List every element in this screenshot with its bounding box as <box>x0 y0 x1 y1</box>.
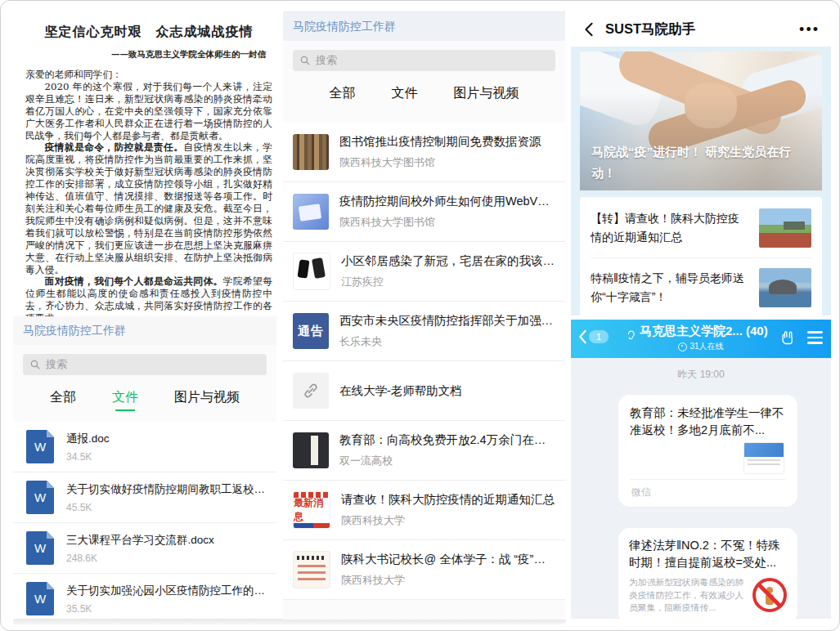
screenshot-canvas: 坚定信心克时艰 众志成城战疫情 ——致马克思主义学院全体师生的一封信 亲爱的老师… <box>0 0 840 631</box>
shared-link-message[interactable]: 教育部：未经批准学生一律不准返校！多地2月底前不... 微信 <box>618 395 797 507</box>
qq-chat-body: 昨天 19:00 教育部：未经批准学生一律不准返校！多地2月底前不... 微信 … <box>571 358 831 619</box>
group-search-panel: 马院疫情防控工作群 搜索 全部 文件 图片与视频 图书馆推出疫情控制期间免费数据… <box>283 11 565 620</box>
group-title: 马院疫情防控工作群 <box>283 12 565 41</box>
message-description: 为加强新型冠状病毒感染的肺炎疫情防控工作，有效减少人员聚集，阻断疫情传... <box>629 576 746 615</box>
letter-salutation: 亲爱的老师和同学们： <box>25 69 272 81</box>
official-account-panel: SUST马院助手 ••• 马院战“疫”进行时！ 研究生党员在行动！ 【转】请查收… <box>571 12 831 316</box>
shared-link-message[interactable]: 律述法芽‖NO.2：不冤！特殊时期！擅自提前返校=受处... 为加强新型冠状病毒… <box>618 528 797 624</box>
word-doc-icon: W <box>26 430 54 463</box>
qq-group-titlebox: 马克思主义学院2... (40) 31人在线 <box>640 324 762 352</box>
webvpn-thumbnail <box>293 194 329 230</box>
result-source: 双一流高校 <box>339 454 555 468</box>
result-title: 陕科大书记校长@ 全体学子：战 “疫”防“疫... <box>341 552 555 567</box>
qq-chat-header: 1 马克思主义学院2... (40) 31人在线 <box>571 320 831 358</box>
more-icon[interactable]: ••• <box>799 25 820 34</box>
campus-photo-thumbnail <box>759 208 811 248</box>
file-row[interactable]: W 关于切实加强沁园小区疫情防控工作的通知...35.5K <box>13 574 276 624</box>
letter-title: 坚定信心克时艰 众志成城战疫情 <box>20 24 277 41</box>
qq-chat-panel: 1 马克思主义学院2... (40) 31人在线 昨天 19:00 <box>571 320 831 619</box>
doc-fold-corner <box>47 582 54 589</box>
search-placeholder: 搜索 <box>46 357 67 372</box>
filter-tabs: 全部 文件 图片与视频 <box>283 71 565 118</box>
message-title: 教育部：未经批准学生一律不准返校！多地2月底前不... <box>630 405 786 439</box>
article-list: 【转】请查收！陕科大防控疫情的近期通知汇总 特稿‖疫情之下，辅导员老师送你“十字… <box>580 197 822 319</box>
result-title: 西安市未央区疫情防控指挥部关于加强新型... <box>339 313 555 329</box>
result-title: 在线大学-老师帮助文档 <box>339 383 462 399</box>
back-icon <box>577 329 587 344</box>
dark-photo-thumbnail <box>293 432 329 468</box>
hero-article-title: 马院战“疫”进行时！ 研究生党员在行动！ <box>591 141 814 185</box>
tab-all[interactable]: 全部 <box>330 85 356 107</box>
result-row[interactable]: 疫情防控期间校外师生如何使用WebVPN获...陕西科技大学图书馆 <box>283 182 565 242</box>
letter-body: 亲爱的老师和同学们： 2020 年的这个寒假，对于我们每一个人来讲，注定艰辛且难… <box>20 69 277 324</box>
article-mini-thumbnail <box>743 442 784 474</box>
result-row[interactable]: 图书馆推出疫情控制期间免费数据资源陕西科技大学图书馆 <box>283 123 565 182</box>
tab-media[interactable]: 图片与视频 <box>174 389 240 411</box>
official-account-header: SUST马院助手 ••• <box>571 12 831 47</box>
search-placeholder: 搜索 <box>316 53 337 68</box>
article-row[interactable]: 特稿‖疫情之下，辅导员老师送你“十字箴言”！ <box>591 257 811 317</box>
link-icon <box>293 373 329 409</box>
result-source: 陕西科技大学图书馆 <box>339 155 541 170</box>
group-files-panel: 马院疫情防控工作群 搜索 全部 文件 图片与视频 W 通报.doc34.5K W… <box>13 316 276 618</box>
file-name: 关于切实做好疫情防控期间教职工返校工作... <box>66 482 267 497</box>
result-row[interactable]: 通告 西安市未央区疫情防控指挥部关于加强新型...长乐未央 <box>283 302 565 361</box>
notice-thumbnail: 通告 <box>293 313 329 349</box>
message-source: 微信 <box>630 479 786 507</box>
hand-gesture-icon[interactable] <box>779 329 796 346</box>
letter-paragraph: 疫情就是命令，防控就是责任。自疫情发生以来，学院高度重视，将疫情防控作为当前最重… <box>25 141 272 275</box>
account-title: SUST马院助手 <box>605 20 799 38</box>
file-name: 通报.doc <box>66 432 110 446</box>
letter-subtitle: ——致马克思主义学院全体师生的一封信 <box>20 49 277 60</box>
back-button[interactable]: 1 <box>577 329 609 344</box>
qq-group-title: 马克思主义学院2... (40) <box>640 324 762 339</box>
doc-fold-corner <box>47 531 54 539</box>
file-row[interactable]: W 三大课程平台学习交流群.docx248.6K <box>13 523 276 574</box>
search-input[interactable]: 搜索 <box>23 354 267 375</box>
result-source: 长乐未央 <box>339 334 555 349</box>
doc-fold-corner <box>47 481 54 488</box>
article-row[interactable]: 【转】请查收！陕科大防控疫情的近期通知汇总 <box>591 199 811 257</box>
result-row[interactable]: 最新消息 请查收！陕科大防控疫情的近期通知汇总陕西科技大学 <box>283 481 565 540</box>
search-input[interactable]: 搜索 <box>293 50 555 71</box>
message-title: 律述法芽‖NO.2：不冤！特殊时期！擅自提前返校=受处... <box>629 537 787 571</box>
tab-files[interactable]: 文件 <box>392 85 418 107</box>
result-source: 陕西科技大学 <box>341 513 555 528</box>
tab-media[interactable]: 图片与视频 <box>454 85 519 107</box>
word-doc-icon: W <box>26 481 54 514</box>
back-icon[interactable] <box>582 22 595 37</box>
online-count-icon <box>678 342 687 351</box>
tab-files[interactable]: 文件 <box>112 389 138 411</box>
search-icon <box>29 359 41 370</box>
filter-tabs: 全部 文件 图片与视频 <box>13 375 276 422</box>
result-title: 小区邻居感染了新冠，宅居在家的我该怎么... <box>341 253 555 269</box>
result-row[interactable]: 教育部：向高校免费开放2.4万余门在线课...双一流高校 <box>283 421 565 481</box>
tab-all[interactable]: 全部 <box>50 389 76 411</box>
result-title: 请查收！陕科大防控疫情的近期通知汇总 <box>341 492 555 508</box>
news-thumbnail: 最新消息 <box>293 491 330 529</box>
file-list: W 通报.doc34.5K W 关于切实做好疫情防控期间教职工返校工作...45… <box>13 422 276 624</box>
file-row[interactable]: W 关于切实做好疫情防控期间教职工返校工作...45.5K <box>13 472 276 523</box>
file-row[interactable]: W 通报.doc34.5K <box>13 422 276 472</box>
group-title: 马院疫情防控工作群 <box>13 316 276 345</box>
file-size: 34.5K <box>66 451 110 463</box>
file-name: 关于切实加强沁园小区疫情防控工作的通知... <box>66 584 267 598</box>
word-doc-icon: W <box>26 582 54 615</box>
result-row[interactable]: 在线大学-老师帮助文档 <box>283 361 565 421</box>
article-title: 特稿‖疫情之下，辅导员老师送你“十字箴言”！ <box>591 269 749 307</box>
panel-bottom-edge <box>13 619 566 624</box>
ear-icon <box>625 329 637 342</box>
file-size: 35.5K <box>66 603 267 615</box>
qq-online-status: 31人在线 <box>640 341 762 352</box>
result-source: 陕西科技大学图书馆 <box>339 215 555 230</box>
file-size: 45.5K <box>66 502 267 513</box>
result-title: 疫情防控期间校外师生如何使用WebVPN获... <box>339 194 555 209</box>
hero-article[interactable]: 马院战“疫”进行时！ 研究生党员在行动！ <box>580 51 822 190</box>
result-row[interactable]: 陕科大书记校长@ 全体学子：战 “疫”防“疫...陕西科技大学 <box>283 540 565 600</box>
result-row[interactable]: 小区邻居感染了新冠，宅居在家的我该怎么...江苏疾控 <box>283 242 565 302</box>
letter-paragraph: 2020 年的这个寒假，对于我们每一个人来讲，注定艰辛且难忘！连日来，新型冠状病… <box>25 81 272 142</box>
result-source: 陕西科技大学 <box>341 573 555 588</box>
article-title: 【转】请查收！陕科大防控疫情的近期通知汇总 <box>591 209 749 247</box>
search-icon <box>299 55 311 66</box>
menu-icon[interactable] <box>807 331 823 343</box>
